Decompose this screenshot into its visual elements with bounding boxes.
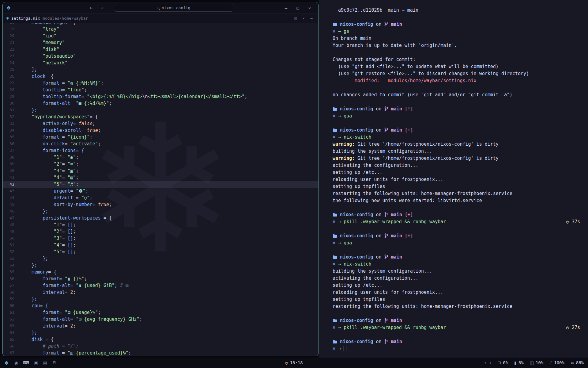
code-line[interactable]: 54 }; <box>3 262 318 269</box>
code-line[interactable]: 23 "pulseaudio" <box>3 53 318 59</box>
terminal-line: ❄ → pkill .waybar-wrapped && runbg wayba… <box>333 324 580 331</box>
code-line[interactable]: 52 "5"= []; <box>3 248 318 255</box>
memory-value: 8% <box>518 360 524 365</box>
code-line[interactable]: 19 "tray" <box>3 26 318 33</box>
code-line[interactable]: 29 tooltip-format= "<big>{:%Y %B}</big>\… <box>3 93 318 100</box>
code-line[interactable]: 49 "2"= []; <box>3 228 318 235</box>
nix-file-icon: ❄ <box>6 16 9 21</box>
code-text: "network" <box>21 59 68 66</box>
terminal-line: Your branch is up to date with 'origin/m… <box>333 42 580 49</box>
folder-icon <box>333 254 337 261</box>
code-line[interactable]: 57 format-alt= "▮ {used} GiB"; # ▥ <box>3 282 318 289</box>
code-line[interactable]: 22 "disk" <box>3 46 318 53</box>
code-line[interactable]: 18 modules-right= [ <box>3 23 318 26</box>
code-line[interactable]: 44 default = "○"; <box>3 194 318 201</box>
terminal-line: warning: Git tree '/home/frostphoenix/ni… <box>333 141 580 148</box>
code-line[interactable]: 45 sort-by-number= true; <box>3 201 318 208</box>
code-text: format-alt= "▦ {:%d/%m}"; <box>21 100 112 107</box>
code-line[interactable]: 20 "cpu" <box>3 33 318 39</box>
minimize-button[interactable]: — <box>285 6 287 10</box>
code-line[interactable]: 28 tooltip= "true"; <box>3 86 318 93</box>
code-line[interactable]: 30 format-alt= "▦ {:%d/%m}"; <box>3 100 318 107</box>
line-number: 35 <box>3 134 21 140</box>
tab-settings-nix[interactable]: settings.nix <box>11 16 40 21</box>
maximize-button[interactable]: ▢ <box>296 6 299 10</box>
terminal-line <box>333 14 580 21</box>
cpu-module[interactable]: ⊡0% <box>498 360 508 365</box>
nixos-menu-icon[interactable]: ❄ <box>4 360 9 366</box>
terminal[interactable]: a9c0c72..d11029b main → main nixos-confi… <box>319 0 588 358</box>
code-line[interactable]: 51 "4"= []; <box>3 242 318 248</box>
code-line[interactable]: 47 persistent-workspaces = { <box>3 215 318 221</box>
code-line[interactable]: 46 }; <box>3 208 318 215</box>
code-line[interactable]: 43 urgent= "❶"; <box>3 188 318 194</box>
terminal-line <box>333 331 580 338</box>
code-line[interactable]: 33 active-only= false; <box>3 120 318 127</box>
code-line[interactable]: 67 format = "◫ {percentage_used}%"; <box>3 350 318 356</box>
code-text: sort-by-number= true; <box>21 201 112 208</box>
tray-item-icon[interactable]: ▾ <box>489 361 492 365</box>
code-text: "pulseaudio" <box>21 53 76 59</box>
close-tab-icon[interactable]: × <box>302 16 305 21</box>
code-line[interactable]: 53 }; <box>3 255 318 262</box>
code-line[interactable]: 42 "5"= "♬"; <box>3 181 318 188</box>
project-search[interactable]: nixos-config <box>114 4 233 12</box>
network-module[interactable]: ≋86% <box>571 360 584 365</box>
code-line[interactable]: 35 format = "{icon}"; <box>3 134 318 140</box>
code-line[interactable]: 40 "3"= "▣"; <box>3 167 318 174</box>
memory-module[interactable]: ▮8% <box>514 360 524 365</box>
line-number: 31 <box>3 107 21 113</box>
workspace-icon-3[interactable]: ▣ <box>34 360 38 365</box>
code-line[interactable]: 24 "network" <box>3 59 318 66</box>
line-number: 36 <box>3 140 21 147</box>
code-text: "2"= []; <box>21 228 76 235</box>
disk-module[interactable]: ◫10% <box>530 360 544 365</box>
code-line[interactable]: 36 on-click= "activate"; <box>3 140 318 147</box>
code-line[interactable]: 66 # path = "/"; <box>3 343 318 350</box>
code-line[interactable]: 26 clock= { <box>3 73 318 80</box>
workspace-icon-4[interactable]: ▤ <box>43 360 47 365</box>
code-editor[interactable]: ❄ 18 modules-right= [19 "tray"20 "cpu"21… <box>3 23 318 356</box>
code-line[interactable]: 63 interval= 2; <box>3 323 318 329</box>
code-line[interactable]: 55 memory= { <box>3 269 318 275</box>
code-line[interactable]: 37 format-icons= { <box>3 147 318 154</box>
code-line[interactable]: 32 "hyprland/workspaces"= { <box>3 113 318 120</box>
code-text: disable-scroll= true; <box>21 127 101 134</box>
code-line[interactable]: 27 format = "◷ {:%H:%M}"; <box>3 80 318 86</box>
line-number: 22 <box>3 46 21 53</box>
code-line[interactable]: 48 "1"= []; <box>3 221 318 228</box>
code-line[interactable]: 62 format-alt= "⊡ {avg_frequency} GHz"; <box>3 316 318 323</box>
code-line[interactable]: 38 "1"= "◉"; <box>3 154 318 161</box>
code-line[interactable]: 64 }; <box>3 329 318 336</box>
volume-value: 100% <box>554 360 564 365</box>
code-line[interactable]: 34 disable-scroll= true; <box>3 127 318 134</box>
code-line[interactable]: 56 format= "▮ {}%"; <box>3 275 318 282</box>
split-pane-icon[interactable]: ◫ <box>295 16 297 21</box>
volume-module[interactable]: ♪100% <box>549 360 564 365</box>
back-icon[interactable]: ← <box>89 5 92 11</box>
code-line[interactable]: 25 ]; <box>3 66 318 73</box>
code-line[interactable]: 60 cpu= { <box>3 302 318 309</box>
close-button[interactable]: × <box>308 6 311 10</box>
terminal-line: (use "git restore <file>..." to discard … <box>333 70 580 77</box>
forward-icon[interactable]: → <box>100 5 104 11</box>
terminal-line: ❄ → gs <box>333 28 580 35</box>
workspace-icon-5[interactable]: ♬ <box>52 360 56 365</box>
code-line[interactable]: 58 interval= 2; <box>3 289 318 296</box>
code-line[interactable]: 65 disk = { <box>3 336 318 343</box>
code-line[interactable]: 21 "memory" <box>3 39 318 46</box>
code-line[interactable]: 39 "2"= "⌨"; <box>3 161 318 167</box>
code-line[interactable]: 61 format= "⊡ {usage}%"; <box>3 309 318 316</box>
code-line[interactable]: 59 }; <box>3 296 318 302</box>
workspace-icon-1[interactable]: ◉ <box>14 360 18 365</box>
tray-item-icon[interactable]: ▾ <box>484 361 486 365</box>
terminal-line: restarting the following units: home-man… <box>333 303 580 310</box>
more-options-icon[interactable]: ⋯ <box>310 16 313 21</box>
code-line[interactable]: 50 "3"= []; <box>3 235 318 242</box>
code-line[interactable]: 41 "4"= "▤"; <box>3 174 318 181</box>
disk-icon: ◫ <box>530 360 534 365</box>
workspace-icon-2[interactable]: ⌨ <box>23 360 29 365</box>
terminal-line <box>333 225 580 232</box>
code-line[interactable]: 31 }; <box>3 107 318 113</box>
clock[interactable]: ◷ 18:18 <box>285 360 303 365</box>
